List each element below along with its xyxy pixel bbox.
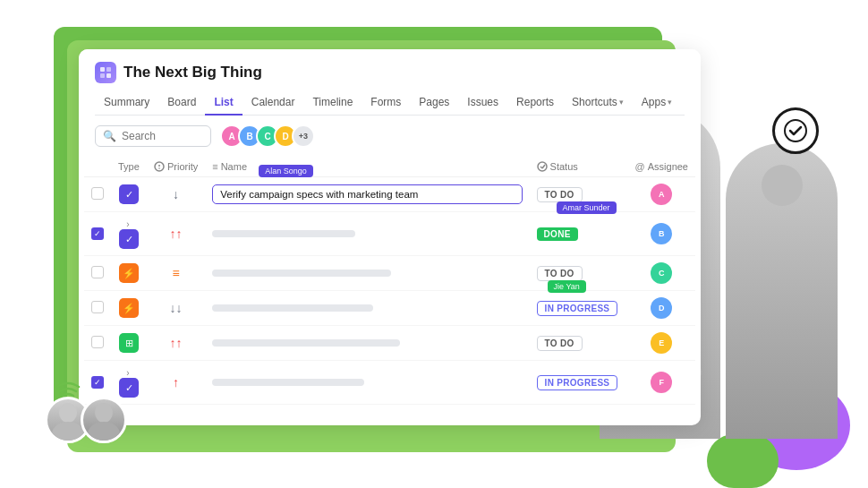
bottom-avatars: [45, 397, 127, 443]
row4-checkbox-cell: [84, 291, 111, 326]
person-2-head: [762, 165, 803, 206]
tab-calendar[interactable]: Calendar: [243, 90, 304, 116]
row3-priority-icon: ≡: [173, 266, 180, 280]
row6-priority-cell: ↑: [147, 361, 205, 405]
tab-apps[interactable]: Apps ▾: [633, 90, 681, 116]
svg-point-10: [785, 120, 806, 141]
tab-board[interactable]: Board: [158, 90, 205, 116]
project-title-row: The Next Big Thing: [95, 62, 685, 83]
row5-type-cell: ⊞: [111, 326, 147, 361]
row2-checkbox-cell: ✓: [84, 212, 111, 256]
row6-checkbox[interactable]: ✓: [91, 376, 104, 389]
row4-status-cell: IN PROGRESS Jie Yan: [530, 291, 628, 326]
svg-rect-3: [106, 73, 111, 78]
row2-priority-cell: ↑↑: [147, 212, 205, 256]
tab-reports[interactable]: Reports: [507, 90, 563, 116]
table-header-row: Type Priority ≡ Name: [84, 157, 695, 177]
row6-name-placeholder: [212, 379, 364, 386]
row6-status-badge: IN PROGRESS: [537, 375, 618, 390]
row2-name-cell: [205, 212, 529, 256]
tab-list[interactable]: List: [205, 90, 242, 116]
tasks-table: Type Priority ≡ Name: [84, 157, 695, 405]
row5-name-placeholder: [212, 339, 400, 347]
table-row: ⚡ ↓↓ IN PROGRESS Jie Yan D: [84, 291, 695, 326]
nav-tabs: Summary Board List Calendar Timeline For…: [95, 90, 685, 116]
tab-timeline[interactable]: Timeline: [303, 90, 362, 116]
table-wrapper: Type Priority ≡ Name: [79, 157, 701, 405]
search-input[interactable]: [122, 130, 202, 142]
tab-pages[interactable]: Pages: [410, 90, 458, 116]
row5-priority-icon: ↑↑: [170, 336, 183, 350]
row2-status-cell: DONE Amar Sunder: [530, 212, 628, 256]
row2-name-placeholder: [212, 230, 355, 237]
svg-point-14: [95, 403, 113, 423]
row1-type-cell: ✓: [111, 177, 147, 212]
row2-expand-icon[interactable]: ›: [126, 219, 129, 229]
search-box[interactable]: 🔍: [95, 125, 211, 147]
table-row: ⊞ ↑↑ TO DO E: [84, 326, 695, 361]
checkmark-circle: [772, 107, 819, 154]
row2-type-badge: ✓: [119, 229, 139, 249]
row4-type-badge: ⚡: [119, 298, 139, 318]
row1-name-cell: Alan Songo Verify campaign specs with ma…: [205, 177, 529, 212]
row3-priority-cell: ≡: [147, 256, 205, 291]
row3-assignee-avatar: C: [651, 262, 672, 284]
row3-type-cell: ⚡: [111, 256, 147, 291]
svg-point-7: [538, 162, 547, 171]
row4-priority-icon: ↓↓: [170, 301, 183, 315]
table-row: ✓ › ✓ ↑ IN PROGRESS: [84, 361, 695, 405]
svg-point-6: [158, 167, 160, 169]
row3-checkbox[interactable]: [91, 266, 104, 278]
row5-checkbox-cell: [84, 326, 111, 361]
row1-priority-icon: ↓: [173, 187, 179, 201]
svg-rect-2: [100, 73, 105, 78]
tab-shortcuts[interactable]: Shortcuts ▾: [563, 90, 633, 116]
row1-name-input[interactable]: Verify campaign specs with marketing tea…: [212, 184, 522, 204]
row5-name-cell: [205, 326, 529, 361]
row4-assignee-cell: D: [628, 291, 695, 326]
row1-priority-cell: ↓: [147, 177, 205, 212]
main-card: The Next Big Thing Summary Board List Ca…: [79, 49, 701, 425]
row4-status-badge: IN PROGRESS: [537, 301, 618, 316]
toolbar: 🔍 A B C D +3: [79, 116, 701, 157]
row2-checkbox[interactable]: ✓: [91, 227, 104, 240]
row1-status-badge: TO DO: [537, 187, 583, 202]
row6-assignee-cell: F: [628, 361, 695, 405]
row5-status-badge: TO DO: [537, 336, 583, 351]
row5-checkbox[interactable]: [91, 336, 104, 348]
row6-expand-icon[interactable]: ›: [126, 368, 129, 378]
row3-assignee-cell: C: [628, 256, 695, 291]
checkmark-icon: [784, 119, 807, 142]
tab-summary[interactable]: Summary: [95, 90, 158, 116]
row5-status-cell: TO DO: [530, 326, 628, 361]
col-status: Status: [530, 157, 628, 177]
alan-tooltip: Alan Songo: [259, 165, 313, 177]
row5-assignee-cell: E: [628, 326, 695, 361]
row6-priority-icon: ↑: [173, 375, 179, 390]
col-type: Type: [111, 157, 147, 177]
search-icon: 🔍: [103, 130, 116, 142]
row3-type-badge: ⚡: [119, 263, 139, 283]
row3-name-cell: [205, 256, 529, 291]
row5-assignee-avatar: E: [651, 332, 672, 354]
row2-assignee-cell: B: [628, 212, 695, 256]
row2-status-badge: DONE: [537, 227, 578, 241]
row1-checkbox[interactable]: [91, 187, 104, 200]
table-row: ✓ › ✓ ↑↑ DONE Amar Sunder: [84, 212, 695, 256]
table-row: ⚡ ≡ TO DO C: [84, 256, 695, 291]
project-title: The Next Big Thing: [123, 64, 262, 81]
row4-checkbox[interactable]: [91, 301, 104, 313]
row4-name-placeholder: [212, 304, 373, 312]
row4-type-cell: ⚡: [111, 291, 147, 326]
row6-status-cell: IN PROGRESS: [530, 361, 628, 405]
row6-name-cell: [205, 361, 529, 405]
svg-point-13: [52, 422, 84, 443]
row6-assignee-avatar: F: [651, 372, 672, 393]
project-icon: [95, 62, 116, 83]
row3-status-badge: TO DO: [537, 266, 583, 281]
svg-rect-1: [106, 67, 111, 72]
avatars-row: A B C D +3: [220, 124, 315, 148]
tab-forms[interactable]: Forms: [362, 90, 410, 116]
avatar-more: +3: [292, 124, 315, 148]
tab-issues[interactable]: Issues: [458, 90, 507, 116]
